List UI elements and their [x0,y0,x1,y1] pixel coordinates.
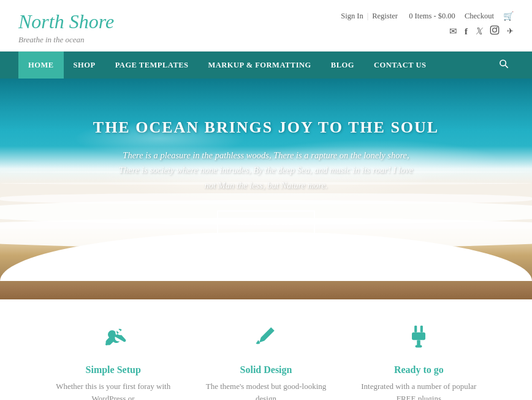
nav-page-templates[interactable]: PAGE TEMPLATES [105,52,199,79]
hero-section: THE OCEAN BRINGS JOY TO THE SOUL There i… [0,79,532,299]
read-more-button[interactable]: READ MORE [217,210,315,236]
email-icon[interactable]: ✉ [449,26,457,37]
feature-ready-to-go: Ready to go Integrated with a number of … [343,324,495,400]
svg-rect-6 [414,326,417,333]
header-right: Sign In | Register 0 Items - $0.00 Check… [341,11,514,37]
nav-home[interactable]: HOME [18,52,64,79]
site-header: North Shore Breathe in the ocean Sign In… [0,0,532,52]
hero-title: THE OCEAN BRINGS JOY TO THE SOUL [93,118,439,137]
social-icons: ✉ f 𝕏 ✈ [449,25,514,37]
feature-simple-setup-desc: Whether this is your first foray with Wo… [49,380,177,400]
facebook-icon[interactable]: f [465,26,468,37]
search-icon[interactable] [494,59,514,71]
checkout-link[interactable]: Checkout [465,12,494,21]
svg-point-2 [496,27,498,28]
features-section: Simple Setup Whether this is your first … [0,299,532,400]
site-title[interactable]: North Shore [18,11,114,33]
nav-shop[interactable]: SHOP [64,52,105,79]
logo-area: North Shore Breathe in the ocean [18,11,114,45]
svg-rect-0 [490,26,498,34]
feature-ready-to-go-desc: Integrated with a number of popular FREE… [355,380,483,400]
main-nav: HOME SHOP PAGE TEMPLATES MARKUP & FORMAT… [0,52,532,79]
svg-line-4 [505,65,508,68]
svg-point-1 [493,28,497,33]
feature-solid-design-desc: The theme's modest but good-looking desi… [202,380,330,400]
nav-contact-us[interactable]: CONTACT US [364,52,436,79]
svg-rect-7 [420,326,423,333]
svg-rect-10 [416,345,422,348]
hero-text: There is a pleasure in the pathless wood… [113,148,419,193]
svg-rect-9 [417,340,421,346]
svg-rect-8 [412,333,425,340]
twitter-icon[interactable]: 𝕏 [475,26,482,37]
wrench-icon [49,324,177,357]
nav-markup-formatting[interactable]: MARKUP & FORMATTING [199,52,321,79]
nav-blog[interactable]: BLOG [321,52,364,79]
site-tagline: Breathe in the ocean [18,35,114,45]
separator: | [367,12,369,21]
register-link[interactable]: Register [372,12,398,21]
svg-point-5 [105,343,108,345]
header-top-links: Sign In | Register 0 Items - $0.00 Check… [341,11,514,21]
cart-info[interactable]: 0 Items - $0.00 [409,12,455,21]
tripadvisor-icon[interactable]: ✈ [507,26,514,36]
plug-icon [355,324,483,357]
feature-simple-setup-title: Simple Setup [49,364,177,375]
feature-solid-design: Solid Design The theme's modest but good… [189,324,342,400]
sign-in-link[interactable]: Sign In [341,12,363,21]
feature-ready-to-go-title: Ready to go [355,364,483,375]
feature-simple-setup: Simple Setup Whether this is your first … [37,324,189,400]
cart-icon[interactable]: 🛒 [503,11,514,21]
instagram-icon[interactable] [490,25,500,37]
feature-solid-design-title: Solid Design [202,364,330,375]
svg-point-3 [500,60,506,66]
brush-icon [202,324,330,357]
hero-content: THE OCEAN BRINGS JOY TO THE SOUL There i… [44,118,488,236]
